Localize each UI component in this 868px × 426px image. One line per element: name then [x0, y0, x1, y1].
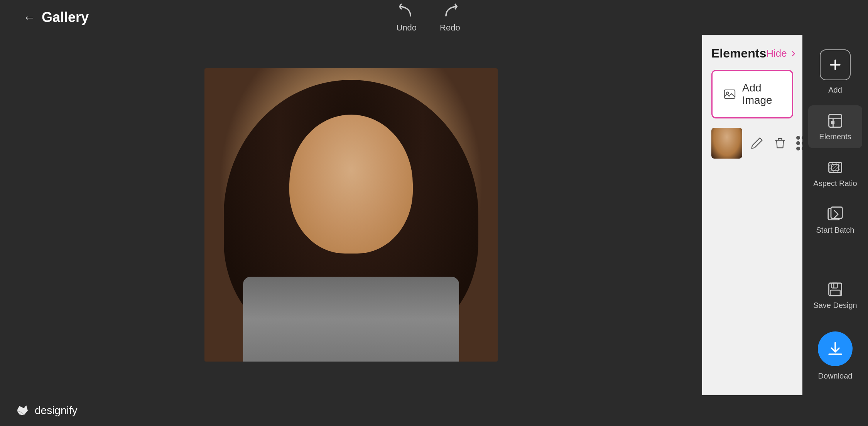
thumb-portrait-bg	[711, 128, 742, 159]
hide-button[interactable]: Hide	[766, 47, 797, 59]
portrait-shirt	[243, 277, 459, 362]
canvas-area	[0, 35, 702, 395]
add-image-label: Add Image	[742, 82, 781, 106]
image-actions	[750, 136, 802, 150]
svg-rect-0	[724, 90, 735, 98]
svg-rect-9	[832, 283, 838, 288]
sidebar: Add Elements Aspect Ratio	[802, 35, 868, 395]
svg-rect-2	[829, 115, 842, 127]
delete-icon[interactable]	[773, 136, 787, 150]
gallery-title: Gallery	[42, 9, 89, 25]
edit-icon[interactable]	[750, 136, 764, 150]
start-batch-label: Start Batch	[816, 226, 854, 235]
right-panel: Elements Hide Add Image	[702, 35, 868, 395]
undo-button[interactable]: Undo	[396, 2, 417, 33]
download-label: Download	[818, 372, 853, 380]
add-label: Add	[828, 86, 842, 95]
add-icon-box	[820, 49, 851, 80]
panel-title: Elements	[711, 46, 766, 61]
brand: designify	[15, 404, 78, 418]
brand-name: designify	[35, 404, 78, 417]
svg-rect-8	[829, 283, 842, 296]
sidebar-item-elements[interactable]: Elements	[808, 105, 862, 148]
elements-panel: Elements Hide Add Image	[702, 35, 802, 395]
portrait-face	[204, 68, 498, 362]
back-button[interactable]: ← Gallery	[23, 9, 89, 25]
download-button[interactable]	[818, 331, 853, 366]
redo-button[interactable]: Redo	[440, 2, 460, 33]
sidebar-item-download[interactable]: Download	[808, 321, 862, 387]
svg-rect-10	[830, 290, 840, 296]
sidebar-item-start-batch[interactable]: Start Batch	[808, 199, 862, 242]
canvas-image	[204, 68, 498, 362]
elements-label: Elements	[819, 132, 851, 141]
header: ← Gallery Undo Redo	[0, 0, 868, 35]
panel-header: Elements Hide	[711, 46, 793, 61]
sidebar-item-add[interactable]: Add	[808, 42, 862, 101]
back-arrow-icon: ←	[23, 10, 35, 25]
sidebar-item-save-design[interactable]: Save Design	[808, 274, 862, 317]
main-content: Elements Hide Add Image	[0, 35, 868, 395]
header-actions: Undo Redo	[396, 2, 460, 33]
aspect-ratio-label: Aspect Ratio	[813, 179, 857, 188]
image-list-item	[711, 128, 793, 159]
save-design-label: Save Design	[813, 301, 857, 310]
sidebar-item-aspect-ratio[interactable]: Aspect Ratio	[808, 152, 862, 195]
portrait-image	[204, 68, 498, 362]
footer: designify	[0, 395, 868, 426]
redo-label: Redo	[440, 23, 460, 33]
svg-rect-3	[831, 121, 834, 124]
image-thumbnail[interactable]	[711, 128, 742, 159]
add-image-button[interactable]: Add Image	[711, 70, 793, 118]
grid-dots-icon[interactable]	[796, 136, 802, 150]
undo-label: Undo	[396, 23, 417, 33]
